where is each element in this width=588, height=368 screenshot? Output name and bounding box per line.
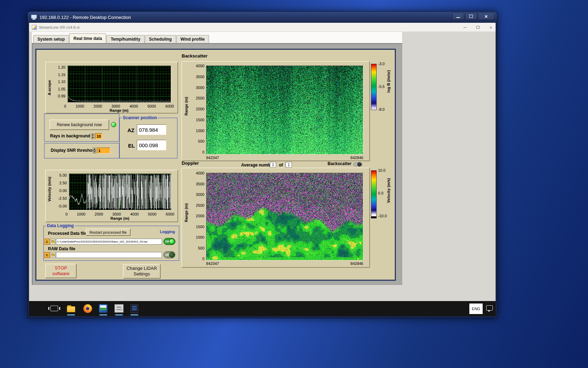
average-of-field[interactable]: 1 [286,162,292,168]
tick-label: 5000 [147,104,156,108]
rdp-titlebar[interactable]: 192.168.0.122 - Remote Desktop Connectio… [28,12,497,23]
tick-label: 0 [65,212,68,216]
raw-path-field[interactable] [56,252,162,258]
processed-path-field[interactable]: C:\Lidar\Data\Proc\2023\202309\20230910\… [56,239,162,245]
snr-value-field[interactable]: 1 [97,148,110,154]
ascope-graph: A-scope 1.201.151.101.050.99 01000200030… [45,62,178,114]
display-app-button[interactable] [98,304,108,313]
tick-label: 4000 [130,212,139,216]
colorbar-tick: -10.0 [378,214,387,218]
spin-down-icon[interactable] [91,136,94,139]
backscatter-xaxis: 842347 842846 [206,156,363,160]
tab-strip: System setupReal time dataTemp/humidityS… [32,32,402,43]
background-group: Renew background now Rays in background … [44,114,119,142]
average-number-field[interactable]: 1 [270,162,276,168]
tick-label: 2000 [196,214,204,218]
tick-label: 1000 [77,212,85,216]
tick-label: 1.20 [58,65,65,69]
tick-label: 3000 [112,212,121,216]
rdp-title: 192.168.0.122 - Remote Desktop Connectio… [40,15,131,20]
firefox-button[interactable] [83,304,92,313]
background-led [111,122,116,127]
x-start: 842347 [206,156,219,160]
tick-label: 500 [198,246,204,250]
tick-label: 6000 [166,104,174,108]
rays-value-field[interactable]: 10 [95,133,102,139]
language-indicator[interactable]: ENG [469,304,483,314]
az-field[interactable]: 078.984 [137,124,166,135]
tab-wind-profile[interactable]: Wind profile [176,35,209,43]
tick-label: 4000 [196,64,204,68]
spin-up-icon[interactable] [93,148,96,150]
tab-scheduling[interactable]: Scheduling [145,35,176,43]
tick-label: 1.10 [58,80,65,84]
document-app-button[interactable] [130,304,139,313]
tab-real-time-data[interactable]: Real time data [69,33,106,43]
taskbar-indicator [115,314,123,315]
rdp-close-button[interactable]: × [478,13,494,20]
stop-software-button[interactable]: STOP software [45,264,77,278]
tab-system-setup[interactable]: System setup [33,35,69,43]
tick-label: 2500 [196,96,204,100]
processed-logging-toggle[interactable]: ON [163,238,175,245]
doppler-graph: Range (m) 400035003000250020001500100050… [181,168,370,268]
backscatter-yticks: 40003500300025002000150010005000 [192,64,204,154]
el-field[interactable]: 000.098 [137,140,166,150]
main-panel: Backscatter A-scope 1.201.151.101.050.99… [35,49,396,281]
ascope-plot [68,66,171,103]
tick-label: 0.00 [59,189,67,193]
tick-label: 0.99 [58,94,65,98]
tab-temp-humidity[interactable]: Temp/humidity [106,35,144,43]
app-close-icon[interactable]: × [489,25,492,30]
rdp-minimize-button[interactable] [452,13,464,20]
spin-down-icon[interactable] [93,151,96,154]
rays-spinner[interactable] [91,133,94,139]
app-restore-icon[interactable] [476,26,479,29]
rdp-computer-icon [31,15,37,20]
rdp-window: 192.168.0.122 - Remote Desktop Connectio… [27,11,497,318]
change-lidar-settings-button[interactable]: Change LiDAR Settings [123,264,161,279]
app-titlebar[interactable]: StreamLine XR v14-6.vi × [29,23,496,32]
folder-icon [67,306,75,312]
processed-drive-box[interactable]: C [44,239,50,245]
doppler-colorbar [371,170,377,217]
velocity-plot [69,173,172,210]
restart-processed-file-button[interactable]: Restart processed file [86,229,131,236]
spin-up-icon[interactable] [91,133,94,136]
task-view-button[interactable] [49,304,59,313]
velocity-xticks: 0100020003000400050006000 [65,212,174,216]
tick-label: 0 [202,257,204,261]
tick-label: 4000 [196,171,204,175]
display-icon [99,304,107,313]
processed-browse-button[interactable] [50,239,55,245]
tick-label: 1500 [196,225,204,229]
raw-logging-toggle[interactable]: OFF [163,251,175,258]
colorbar-tick: -5.5 [378,84,385,89]
notification-chat-icon[interactable] [486,305,493,311]
backscatter-toggle[interactable] [353,163,362,166]
tick-label: 3000 [196,192,204,197]
renew-background-button[interactable]: Renew background now [49,120,109,130]
colorbar-tick: 0.0 [378,191,383,195]
tick-label: 3000 [112,104,120,108]
rdp-window-controls: × [452,13,494,20]
scan-scheduler-button[interactable]: Scan sched [114,304,124,313]
taskbar-indicator [99,314,107,315]
toggle-led-icon [169,239,175,244]
stop-line1: STOP [55,265,67,271]
backscatter-ylabel: Range (m) [184,97,188,116]
folder-icon [51,241,55,243]
file-explorer-button[interactable] [66,304,76,313]
tick-label: 2500 [196,203,204,207]
snr-spinner[interactable] [93,148,96,154]
app-minimize-icon[interactable] [463,27,467,28]
tick-label: 0 [64,104,66,108]
raw-drive-box[interactable]: C [44,252,50,258]
velocity-yticks: 5.002.500.00-2.50-5.00 [54,173,67,208]
raw-browse-button[interactable] [50,252,55,258]
tick-label: 3500 [196,75,204,79]
x-start: 842347 [206,261,219,266]
rdp-maximize-button[interactable] [465,13,477,20]
tick-label: 3000 [196,86,204,90]
folder-icon [51,254,55,256]
